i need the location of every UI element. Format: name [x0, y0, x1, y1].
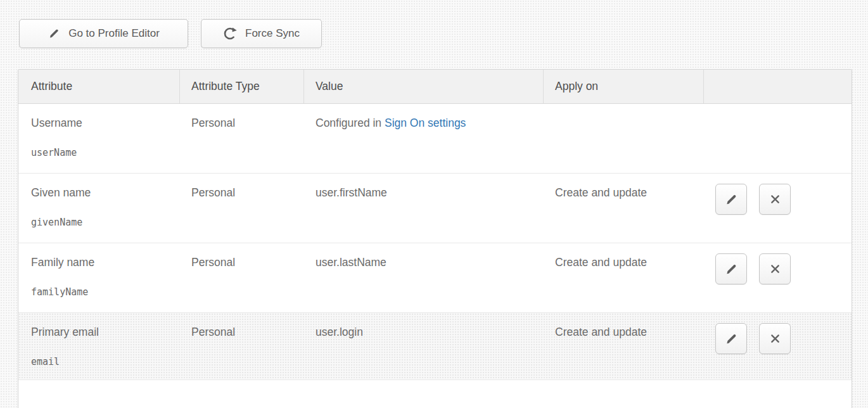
apply-on-cell: Create and update	[544, 243, 704, 312]
attribute-label: Username	[31, 117, 180, 130]
force-sync-button[interactable]: Force Sync	[201, 19, 322, 48]
pencil-icon	[724, 262, 738, 276]
actions-cell	[704, 243, 852, 312]
x-icon	[769, 193, 782, 206]
pencil-icon	[48, 27, 60, 40]
edit-attribute-button[interactable]	[715, 323, 747, 354]
sign-on-settings-link[interactable]: Sign On settings	[385, 117, 466, 129]
force-sync-label: Force Sync	[245, 27, 300, 40]
apply-on-cell: Create and update	[544, 313, 704, 379]
apply-on-cell: Create and update	[544, 174, 704, 243]
attribute-variable-name: email	[31, 356, 180, 367]
value-cell: user.login	[304, 313, 544, 379]
attribute-type-cell: Personal	[180, 174, 304, 243]
attribute-cell: Username userName	[18, 104, 180, 173]
attribute-type-cell: Personal	[180, 243, 304, 312]
actions-cell	[704, 174, 852, 243]
table-row-given-name: Given name givenName Personal user.first…	[18, 174, 852, 243]
actions-cell	[704, 313, 852, 379]
edit-attribute-button[interactable]	[715, 184, 747, 215]
apply-on-cell	[544, 104, 704, 173]
table-row-partial	[18, 380, 852, 405]
attribute-type-cell: Personal	[180, 313, 304, 379]
go-to-profile-editor-label: Go to Profile Editor	[68, 27, 160, 40]
table-row-username: Username userName Personal Configured in…	[18, 104, 852, 174]
attribute-label: Primary email	[31, 326, 180, 339]
attribute-label: Family name	[31, 256, 180, 269]
delete-attribute-button[interactable]	[759, 323, 791, 354]
column-header-apply-on: Apply on	[544, 70, 704, 103]
attribute-cell: Primary email email	[18, 313, 180, 379]
attribute-mappings-table: Attribute Attribute Type Value Apply on …	[18, 69, 852, 408]
table-row-primary-email: Primary email email Personal user.login …	[18, 313, 852, 380]
attribute-cell: Given name givenName	[18, 174, 180, 243]
x-icon	[769, 332, 782, 345]
edit-attribute-button[interactable]	[715, 253, 747, 284]
column-header-actions	[704, 70, 852, 103]
attribute-variable-name: userName	[31, 147, 180, 158]
table-header-row: Attribute Attribute Type Value Apply on	[18, 70, 852, 104]
value-text: Configured in	[316, 117, 385, 129]
pencil-icon	[724, 193, 738, 207]
column-header-attribute-type: Attribute Type	[180, 70, 304, 103]
attribute-label: Given name	[31, 186, 180, 200]
value-cell: user.lastName	[304, 243, 544, 312]
pencil-icon	[724, 332, 738, 346]
go-to-profile-editor-button[interactable]: Go to Profile Editor	[19, 19, 188, 48]
x-icon	[769, 262, 782, 276]
delete-attribute-button[interactable]	[759, 253, 791, 284]
column-header-value: Value	[304, 70, 544, 103]
value-cell: user.firstName	[304, 174, 544, 243]
value-cell: Configured in Sign On settings	[304, 104, 544, 173]
attribute-variable-name: givenName	[31, 217, 180, 228]
attribute-type-cell: Personal	[180, 104, 304, 173]
refresh-icon	[223, 27, 237, 41]
attribute-cell: Family name familyName	[18, 243, 180, 312]
column-header-attribute: Attribute	[18, 70, 180, 103]
attribute-variable-name: familyName	[31, 286, 180, 298]
table-row-family-name: Family name familyName Personal user.las…	[18, 243, 852, 313]
actions-cell	[704, 104, 852, 173]
delete-attribute-button[interactable]	[759, 184, 791, 215]
